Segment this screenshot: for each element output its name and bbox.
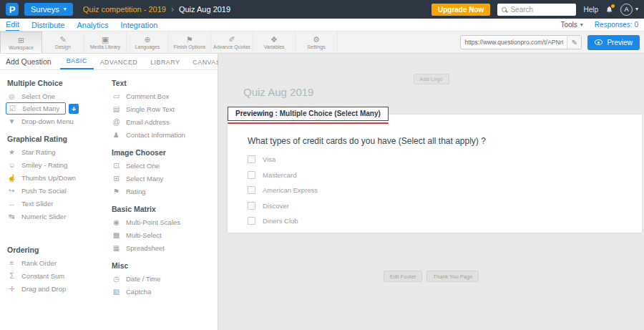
question-type-label: Multi-Select [126, 231, 162, 239]
toolbar-item-advance-quotas[interactable]: ✐ Advance Quotas [211, 31, 253, 53]
breadcrumb-survey-group[interactable]: Quiz competition - 2019 [83, 5, 166, 14]
notification-badge [611, 4, 615, 8]
checkbox-icon: ☑ [8, 105, 17, 112]
tab-distribute[interactable]: Distribute [31, 19, 64, 31]
surveys-menu-button[interactable]: Surveys ▾ [24, 3, 73, 16]
question-type-numeric-slider[interactable]: ↹ Numeric Slider [6, 210, 107, 223]
upgrade-now-button[interactable]: Upgrade Now [431, 4, 490, 16]
question-type-captcha[interactable]: ▧ Captcha [110, 285, 212, 298]
menubar-right: Tools ▾ Responses: 0 [560, 21, 638, 29]
question-type-image-select-many[interactable]: ⊞ Select Many [110, 172, 212, 185]
question-type-comment-box[interactable]: ▭ Comment Box [110, 89, 212, 102]
tab-edit[interactable]: Edit [6, 19, 19, 31]
finish-flag-icon: ⚑ [186, 35, 193, 44]
question-type-email-address[interactable]: @ Email Address [110, 115, 212, 128]
tab-analytics[interactable]: Analytics [77, 19, 108, 31]
share-icon: ↪ [7, 187, 16, 195]
menubar: Edit Distribute Analytics Integration To… [0, 19, 644, 31]
toolbar-right: ✎ Preview [460, 31, 644, 53]
tab-advanced[interactable]: ADVANCED [94, 59, 145, 69]
question-type-star-rating[interactable]: ★ Star Rating [6, 145, 107, 158]
help-link[interactable]: Help [583, 6, 598, 14]
question-type-label: Drop-down Menu [21, 117, 74, 125]
question-type-single-row-text[interactable]: ▤ Single Row Text [110, 102, 212, 115]
question-type-label: Rating [126, 188, 145, 195]
survey-preview-area: Add Logo Quiz Aug 2019 Previewing : Mult… [218, 54, 644, 330]
add-question-title: Add Question [6, 57, 52, 69]
question-type-label: Thumbs Up/Down [21, 174, 76, 182]
question-type-label: Numeric Slider [21, 213, 66, 220]
option-checkbox[interactable] [248, 186, 255, 194]
group-heading-graphical-rating: Graphical Rating [7, 135, 107, 143]
survey-footer-actions: Edit Footer Thank You Page [218, 271, 644, 282]
content: Add Question BASIC ADVANCED LIBRARY CANV… [0, 54, 644, 330]
answer-option-discover: Discover [248, 202, 642, 210]
question-type-label: Rank Order [21, 259, 57, 267]
toolbar-item-design[interactable]: ✎ Design [42, 31, 84, 53]
question-type-multi-point-scales[interactable]: ◉ Multi-Point Scales [110, 215, 212, 228]
edit-footer-button[interactable]: Edit Footer [384, 271, 423, 282]
add-question-header: Add Question BASIC ADVANCED LIBRARY CANV… [0, 54, 218, 70]
question-type-date-time[interactable]: ◷ Date / Time [110, 272, 212, 285]
account-menu-button[interactable]: A ▾ [620, 4, 638, 16]
toolbar-item-settings[interactable]: ⚙ Settings [296, 31, 338, 53]
tools-menu-button[interactable]: Tools ▾ [560, 21, 582, 29]
question-type-image-select-one[interactable]: ⊡ Select One [110, 159, 212, 172]
group-heading-ordering: Ordering [7, 246, 107, 254]
topbar-right: Upgrade Now Help A ▾ [431, 4, 638, 16]
sigma-icon: Σ [7, 272, 16, 280]
edit-url-pencil-icon[interactable]: ✎ [567, 36, 581, 49]
question-type-text-slider[interactable]: ↔ Text Slider [6, 197, 107, 210]
question-types-col2: Text ▭ Comment Box ▤ Single Row Text @ E… [109, 72, 213, 329]
option-checkbox[interactable] [248, 202, 255, 210]
answer-option-american-express: American Express [248, 186, 642, 194]
question-type-smiley-rating[interactable]: ☺ Smiley - Rating [6, 158, 107, 171]
toolbar-item-languages[interactable]: ⊕ Languages [127, 31, 169, 53]
media-library-icon: ▣ [102, 35, 109, 44]
responses-link[interactable]: Responses: 0 [595, 21, 638, 29]
questionpro-logo[interactable]: P [6, 3, 19, 16]
group-heading-multiple-choice: Multiple Choice [7, 79, 107, 87]
preview-button[interactable]: Preview [587, 35, 640, 50]
notifications-button[interactable] [605, 5, 613, 14]
editor-toolbar: ⊞ Workspace ✎ Design ▣ Media Library ⊕ L… [0, 31, 644, 54]
group-heading-image-chooser: Image Chooser [112, 148, 212, 157]
thumbs-up-icon: ☝ [7, 174, 16, 182]
spreadsheet-icon: ▦ [112, 244, 121, 252]
toolbar-item-variables[interactable]: ❖ Variables [253, 31, 296, 53]
survey-url-input[interactable] [461, 39, 567, 46]
question-type-multi-select[interactable]: ▩ Multi-Select [110, 228, 212, 241]
toolbar-item-workspace[interactable]: ⊞ Workspace [0, 31, 42, 53]
question-type-rank-order[interactable]: ≡ Rank Order [6, 256, 107, 269]
question-type-label: Select Many [126, 175, 163, 183]
question-type-drag-and-drop[interactable]: ✛ Drag and Drop [6, 282, 107, 295]
add-question-button[interactable]: + [69, 104, 79, 114]
thank-you-page-button[interactable]: Thank You Page [426, 271, 479, 282]
toolbar-item-finish-options[interactable]: ⚑ Finish Options [169, 31, 211, 53]
tab-basic[interactable]: BASIC [60, 57, 94, 69]
radio-icon: ◎ [7, 92, 16, 100]
option-checkbox[interactable] [248, 171, 255, 179]
rating-flag-icon: ⚑ [112, 188, 121, 195]
tab-library[interactable]: LIBRARY [144, 59, 186, 69]
add-logo-button[interactable]: Add Logo [413, 74, 449, 84]
question-type-select-many[interactable]: ☑ Select Many [6, 102, 66, 115]
question-type-select-one[interactable]: ◎ Select One [6, 89, 107, 102]
toolbar-item-label: Design [55, 44, 71, 49]
question-type-thumbs-up-down[interactable]: ☝ Thumbs Up/Down [6, 171, 107, 184]
question-type-dropdown-menu[interactable]: ▼ Drop-down Menu [6, 115, 107, 127]
tab-integration[interactable]: Integration [120, 19, 157, 31]
toolbar-item-media-library[interactable]: ▣ Media Library [84, 31, 127, 53]
question-type-spreadsheet[interactable]: ▦ Spreadsheet [110, 241, 212, 254]
option-checkbox[interactable] [248, 217, 255, 225]
search-input[interactable] [510, 6, 572, 14]
quotas-pencil-icon: ✐ [228, 35, 235, 44]
star-icon: ★ [7, 148, 16, 156]
question-type-image-rating[interactable]: ⚑ Rating [110, 185, 212, 198]
survey-title[interactable]: Quiz Aug 2019 [243, 86, 313, 98]
option-checkbox[interactable] [248, 155, 255, 163]
question-type-push-to-social[interactable]: ↪ Push To Social [6, 184, 107, 197]
question-type-contact-information[interactable]: ♟ Contact Information [110, 128, 212, 141]
question-type-constant-sum[interactable]: Σ Constant Sum [6, 269, 107, 282]
slider-icon: ↔ [7, 200, 16, 208]
